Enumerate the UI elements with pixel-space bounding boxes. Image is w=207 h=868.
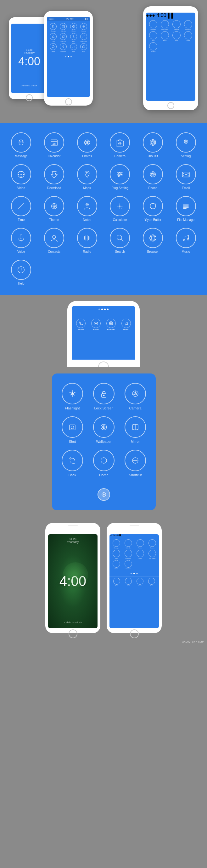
dock-br-music[interactable]: Music (148, 578, 155, 587)
svg-line-10 (64, 35, 65, 36)
control-circle-shortcut[interactable] (125, 450, 146, 471)
icon-circle-calendar[interactable]: 28 (44, 132, 64, 153)
icon-circle-browser[interactable] (143, 228, 163, 248)
icon-circle-maps[interactable] (77, 164, 97, 184)
control-circle-flashlight[interactable] (62, 383, 83, 404)
icon-item-setting: Setting (171, 132, 201, 158)
dock-br-email[interactable]: Email (125, 578, 132, 587)
control-circle-back[interactable] (62, 450, 83, 471)
icon-circle-notes[interactable] (77, 196, 97, 216)
dots-partial (72, 306, 135, 312)
svg-point-15 (52, 45, 55, 48)
control-circle-camera-ctrl[interactable] (125, 383, 146, 404)
status-bar-right: ●●● 4:00 ▌▌ (146, 12, 195, 18)
control-item-mirror: Mirror (121, 416, 149, 443)
svg-line-9 (62, 35, 63, 36)
theme-icon (49, 201, 60, 212)
svg-point-110 (71, 426, 74, 429)
svg-point-93 (125, 324, 126, 325)
dock-email[interactable]: Email (90, 319, 102, 331)
control-item-shortcut: Shortcut (121, 450, 149, 477)
voice-icon (16, 232, 27, 243)
icon-circle-calculator[interactable] (110, 196, 130, 216)
icon-circle-contacts[interactable] (44, 228, 64, 248)
svg-point-7 (83, 26, 84, 27)
dock-music[interactable]: Music (120, 319, 132, 331)
control-circle-shot[interactable] (62, 416, 83, 438)
svg-point-6 (83, 26, 84, 27)
icon-circle-uim-kit[interactable] (143, 132, 163, 153)
svg-point-57 (51, 204, 57, 209)
home-button-partial[interactable] (98, 362, 109, 367)
svg-point-60 (85, 203, 89, 206)
camera-ctrl-label: Camera (129, 406, 141, 410)
mini-icon: Wallpaper (183, 20, 194, 30)
flashlight-icon (67, 388, 78, 399)
phone-partial-screen: Phone Email Browser (72, 306, 135, 360)
browser-label: Browser (147, 250, 159, 253)
dock-br-phone[interactable]: Phone (113, 578, 120, 587)
mini-icon: Photos (69, 23, 78, 32)
svg-point-74 (53, 236, 56, 239)
icon-circle-theme[interactable] (44, 196, 64, 216)
control-circle-wallpaper[interactable] (93, 416, 114, 438)
icon-circle-camera[interactable] (110, 132, 130, 153)
home-button-bottom-right[interactable] (130, 629, 139, 638)
svg-point-59 (54, 206, 55, 207)
home-button-middle[interactable] (65, 98, 72, 105)
home-button-right[interactable] (167, 102, 174, 109)
phone-bottom-right: ●●● PM 4:00 ▌▌ Massage Calendar Photos C… (107, 523, 162, 633)
video-label: Video (17, 186, 25, 190)
control-item-wallpaper: Wallpaper (90, 416, 118, 443)
mini-icon-br: Download (123, 550, 134, 559)
search-label: Search (115, 250, 125, 253)
dock-browser[interactable]: Browser (105, 319, 117, 331)
icon-circle-yiyun[interactable] (143, 196, 163, 216)
icon-circle-massage[interactable] (11, 132, 31, 153)
svg-text:28: 28 (53, 142, 56, 145)
green-wallpaper: 11.28 Thursday 4:00 > slide to unlock (48, 534, 98, 628)
icon-circle-time[interactable] (11, 196, 31, 216)
control-grid: Flashlight Lock Screen (58, 383, 149, 477)
email-label: Email (182, 186, 190, 190)
control-circle-lock-screen[interactable] (93, 383, 114, 404)
icon-circle-music[interactable] (176, 228, 196, 248)
uim-kit-label: UIM Kit (148, 154, 158, 158)
control-circle-mirror[interactable] (125, 416, 146, 438)
section-control: Flashlight Lock Screen (0, 367, 207, 517)
icon-circle-phone[interactable] (143, 164, 163, 184)
icon-circle-radio[interactable] (77, 228, 97, 248)
dock-email-label: Email (93, 329, 99, 331)
icon-circle-file-manage[interactable] (176, 196, 196, 216)
mini-icon: Notes (49, 43, 58, 52)
dock-bottom-right: Phone Email Browser Music (109, 576, 159, 588)
dock-br-browser[interactable]: Browser (137, 578, 143, 587)
home-button-bottom-left[interactable] (69, 629, 77, 638)
icon-circle-email[interactable] (176, 164, 196, 184)
svg-point-40 (86, 173, 88, 174)
mini-icon: Lock Screen (160, 20, 170, 30)
icon-circle-plug-setting[interactable] (110, 164, 130, 184)
slide-unlock: > slide to unlock (22, 85, 37, 87)
svg-line-56 (18, 203, 24, 209)
icon-circle-search[interactable] (110, 228, 130, 248)
control-circle-home[interactable] (93, 450, 114, 471)
radio-label: Radio (83, 250, 91, 253)
home-button[interactable] (26, 94, 33, 101)
dock-phone[interactable]: Phone (75, 319, 87, 331)
fab-button[interactable] (98, 488, 110, 501)
svg-point-58 (53, 205, 56, 208)
mirror-icon (130, 422, 141, 433)
svg-point-39 (24, 174, 25, 175)
icon-circle-help[interactable]: i (11, 260, 31, 280)
icon-circle-photos[interactable] (77, 132, 97, 153)
phone-bottom-screen-left: 11.28 Thursday 4:00 > slide to unlock (48, 534, 98, 628)
svg-point-115 (104, 430, 104, 430)
flashlight-label: Flashlight (65, 406, 79, 410)
icon-circle-download[interactable] (44, 164, 64, 184)
mini-icon: Home (183, 31, 194, 41)
icon-circle-setting[interactable] (176, 132, 196, 153)
icon-circle-video[interactable] (11, 164, 31, 184)
icon-circle-voice[interactable] (11, 228, 31, 248)
icon-item-help: i Help (6, 260, 36, 285)
